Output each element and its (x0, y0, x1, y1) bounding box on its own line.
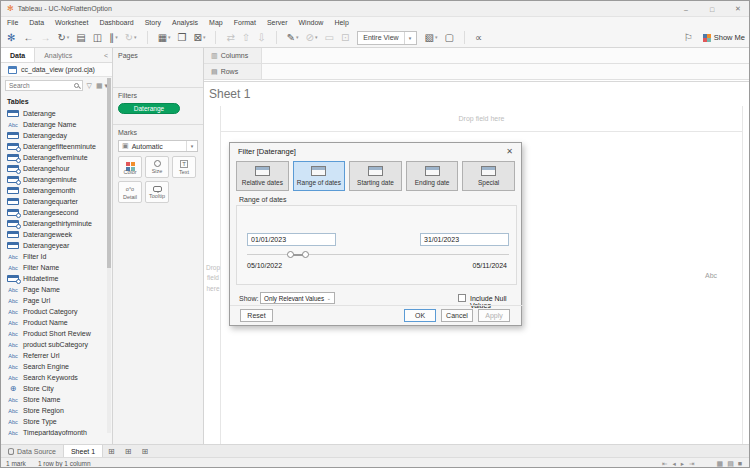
menu-item[interactable]: Dashboard (99, 19, 133, 26)
mark-type-dropdown[interactable]: ▣ Automatic ▾ (118, 140, 198, 152)
run-updates-icon[interactable]: ↻▾ (125, 33, 137, 43)
Product Name[interactable]: Product Name (1, 317, 112, 328)
drop-zone-top[interactable]: Drop field here (221, 106, 742, 132)
Filter Name[interactable]: Filter Name (1, 262, 112, 273)
Daterangeday[interactable]: Daterangeday (1, 130, 112, 141)
first-sheet-icon[interactable]: ⇤ (662, 460, 667, 468)
Hitdatetime[interactable]: Hitdatetime (1, 273, 112, 284)
flag-icon[interactable]: ⚐▾ (684, 33, 693, 43)
Daterangethirtyminute[interactable]: Daterangethirtyminute (1, 218, 112, 229)
slider-handle-end[interactable] (302, 251, 309, 258)
presentation-mode-icon[interactable]: ▢▾ (445, 33, 454, 43)
show-hide-cards-icon[interactable]: ▧▾ (425, 33, 438, 43)
tab-data[interactable]: Data (1, 48, 35, 62)
Daterangehour[interactable]: Daterangehour (1, 163, 112, 174)
menu-item[interactable]: Worksheet (55, 19, 88, 26)
Product Category[interactable]: Product Category (1, 306, 112, 317)
Daterangesecond[interactable]: Daterangesecond (1, 207, 112, 218)
menu-item[interactable]: Data (29, 19, 44, 26)
menu-item[interactable]: Analysis (172, 19, 198, 26)
size-button[interactable]: Size (145, 156, 169, 178)
reset-button[interactable]: Reset (240, 309, 273, 322)
Store Name[interactable]: Store Name (1, 394, 112, 405)
Referrer Url[interactable]: Referrer Url (1, 350, 112, 361)
search-input[interactable] (9, 82, 59, 89)
close-icon[interactable]: ✕ (506, 147, 513, 156)
pages-card[interactable]: Pages (113, 48, 203, 88)
show-filmstrip-icon[interactable]: ▤ (727, 460, 734, 468)
rows-shelf[interactable]: ▤ Rows (204, 64, 750, 80)
show-mark-labels-icon[interactable]: ▭▾ (324, 33, 333, 43)
new-story-icon[interactable]: ⊞ (136, 445, 153, 457)
menu-item[interactable]: File (7, 19, 18, 26)
menu-item[interactable]: Map (209, 19, 223, 26)
swap-axes-icon[interactable]: ⇄▾ (226, 33, 234, 43)
Page Url[interactable]: Page Url (1, 295, 112, 306)
new-dashboard-icon[interactable]: ⊞ (120, 445, 137, 457)
show-values-dropdown[interactable]: Only Relevant Values ⌄ (260, 292, 335, 304)
apply-button[interactable]: Apply (478, 309, 510, 322)
Store Type[interactable]: Store Type (1, 416, 112, 427)
filter-pill-daterange[interactable]: Daterange (118, 103, 180, 114)
filter-fields-icon[interactable]: ▽ (87, 82, 92, 90)
Filter Id[interactable]: Filter Id (1, 251, 112, 262)
last-sheet-icon[interactable]: ⇥ (689, 460, 694, 468)
tab-relative-dates[interactable]: Relative dates (236, 161, 289, 191)
menu-item[interactable]: Story (145, 19, 161, 26)
Page Name[interactable]: Page Name (1, 284, 112, 295)
Daterange[interactable]: Daterange (1, 108, 112, 119)
detail-button[interactable]: Detail (118, 181, 142, 203)
tab-analytics[interactable]: Analytics (35, 48, 81, 62)
product subCategory[interactable]: product subCategory (1, 339, 112, 350)
replay-icon[interactable]: ↻▾ (57, 33, 69, 43)
save-icon[interactable]: ▤▾ (76, 33, 85, 43)
show-sheet-sorter-icon[interactable]: ■ (738, 460, 742, 468)
redo-icon[interactable]: →▾ (40, 33, 50, 43)
datasource-row[interactable]: cc_data_view (prod.cja) (1, 63, 112, 77)
Daterangeyear[interactable]: Daterangeyear (1, 240, 112, 251)
Daterangeminute[interactable]: Daterangeminute (1, 174, 112, 185)
Daterange Name[interactable]: Daterange Name (1, 119, 112, 130)
menu-item[interactable]: Format (234, 19, 256, 26)
next-sheet-icon[interactable]: ▸ (681, 460, 684, 468)
rows-drop-area[interactable] (262, 64, 750, 79)
Product Short Review[interactable]: Product Short Review (1, 328, 112, 339)
show-me-button[interactable]: Show Me (703, 33, 745, 42)
tooltip-button[interactable]: Tooltip (145, 181, 169, 203)
Daterangeweek[interactable]: Daterangeweek (1, 229, 112, 240)
menu-item[interactable]: Help (334, 19, 348, 26)
text-button[interactable]: Text (172, 156, 196, 178)
include-null-checkbox[interactable] (458, 294, 466, 302)
data-pane-scrollbar[interactable] (107, 78, 111, 433)
close-icon[interactable]: ✕ (725, 1, 750, 17)
columns-shelf[interactable]: ▥ Columns (204, 48, 750, 64)
Daterangequarter[interactable]: Daterangequarter (1, 196, 112, 207)
duplicate-icon[interactable]: ❐▾ (178, 33, 187, 43)
clear-sheet-icon[interactable]: ⊠▾ (194, 33, 206, 43)
share-icon[interactable]: ∝▾ (475, 33, 482, 43)
drop-zone-left[interactable]: Drop field here (205, 106, 221, 444)
tableau-logo-icon[interactable]: ✻ (7, 32, 15, 43)
cancel-button[interactable]: Cancel (441, 309, 473, 322)
filters-card[interactable]: Filters Daterange (113, 88, 203, 125)
color-button[interactable]: Color (118, 156, 142, 178)
fix-axes-icon[interactable]: ⊡▾ (341, 33, 349, 43)
collapse-pane-icon[interactable]: < (104, 52, 112, 59)
fit-dropdown[interactable]: Entire View ▾ (357, 31, 416, 45)
Store Region[interactable]: Store Region (1, 405, 112, 416)
new-datasource-icon[interactable]: ◫▾ (93, 33, 102, 43)
columns-drop-area[interactable] (262, 48, 750, 63)
menu-item[interactable]: Server (267, 19, 288, 26)
end-date-input[interactable] (420, 233, 509, 246)
minimize-icon[interactable]: – (673, 1, 699, 17)
tab-sheet-1[interactable]: Sheet 1 (63, 445, 103, 457)
tab-data-source[interactable]: Data Source (1, 445, 63, 457)
start-date-input[interactable] (247, 233, 336, 246)
new-worksheet-tab-icon[interactable]: ⊞ (103, 445, 120, 457)
Daterangemonth[interactable]: Daterangemonth (1, 185, 112, 196)
Search Keywords[interactable]: Search Keywords (1, 372, 112, 383)
tab-range-of-dates[interactable]: Range of dates (293, 161, 346, 191)
pause-updates-icon[interactable]: ∥▾ (109, 33, 118, 43)
sort-ascending-icon[interactable]: ⇧▾ (242, 33, 250, 43)
tab-ending-date[interactable]: Ending date (406, 161, 459, 191)
